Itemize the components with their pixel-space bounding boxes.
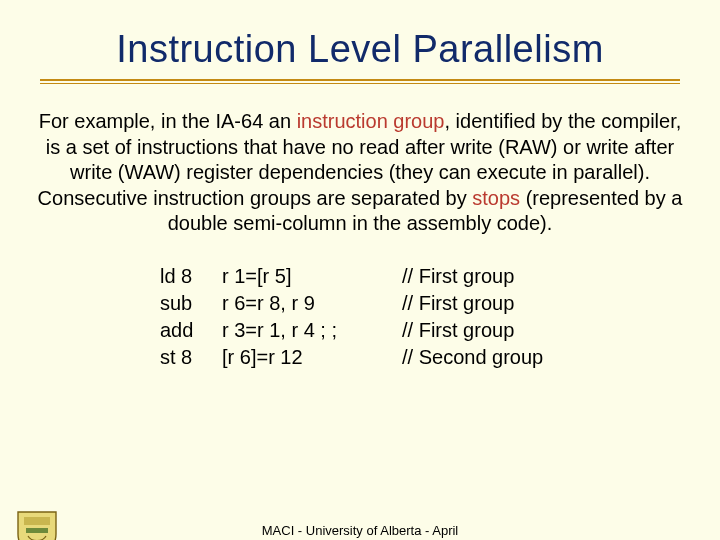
code-args: r 6=r 8, r 9	[222, 290, 402, 317]
body-emph-instruction-group: instruction group	[297, 110, 445, 132]
code-args: r 3=r 1, r 4 ; ;	[222, 317, 402, 344]
code-comment: // First group	[402, 263, 720, 290]
title-underline	[40, 79, 680, 85]
body-paragraph: For example, in the IA-64 an instruction…	[32, 109, 688, 237]
body-emph-stops: stops	[472, 187, 520, 209]
body-text-1: For example, in the IA-64 an	[39, 110, 297, 132]
code-row: sub r 6=r 8, r 9 // First group	[160, 290, 720, 317]
footer: MACI - University of Alberta - April 200…	[0, 523, 720, 540]
code-row: st 8 [r 6]=r 12 // Second group	[160, 344, 720, 371]
code-comment: // Second group	[402, 344, 720, 371]
code-args: r 1=[r 5]	[222, 263, 402, 290]
university-crest-icon	[14, 508, 60, 540]
code-comment: // First group	[402, 290, 720, 317]
code-block: ld 8 r 1=[r 5] // First group sub r 6=r …	[160, 263, 720, 371]
code-row: add r 3=r 1, r 4 ; ; // First group	[160, 317, 720, 344]
code-op: add	[160, 317, 222, 344]
code-comment: // First group	[402, 317, 720, 344]
code-op: sub	[160, 290, 222, 317]
code-args: [r 6]=r 12	[222, 344, 402, 371]
footer-line1: MACI - University of Alberta - April	[0, 523, 720, 539]
svg-rect-1	[26, 528, 48, 533]
slide-title: Instruction Level Parallelism	[0, 28, 720, 71]
code-op: ld 8	[160, 263, 222, 290]
code-op: st 8	[160, 344, 222, 371]
code-row: ld 8 r 1=[r 5] // First group	[160, 263, 720, 290]
slide: Instruction Level Parallelism For exampl…	[0, 28, 720, 540]
svg-rect-0	[24, 517, 50, 525]
